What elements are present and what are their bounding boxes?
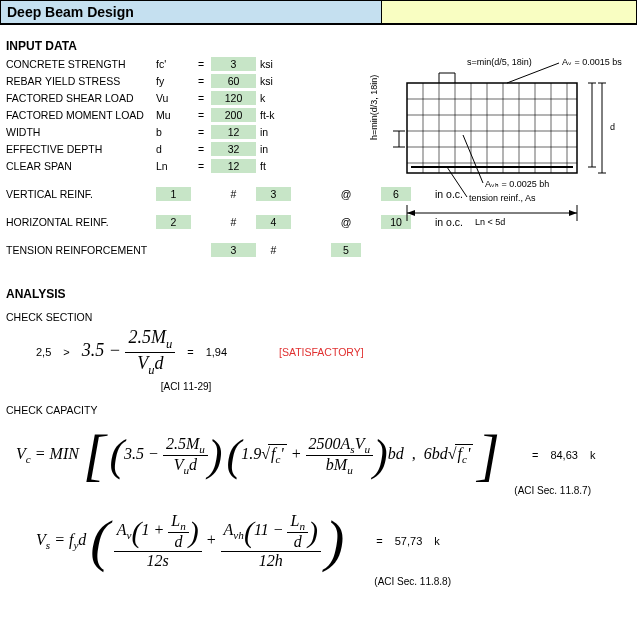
cs-lhs: 2,5 (36, 346, 51, 358)
label-ln: CLEAR SPAN (6, 160, 156, 172)
vs-ref: (ACI Sec. 11.8.8) (6, 576, 451, 587)
label-d: EFFECTIVE DEPTH (6, 143, 156, 155)
label-b: WIDTH (6, 126, 156, 138)
hash: # (211, 188, 256, 200)
beam-diagram: s=min(d/5, 18in) Aᵥ = 0.0015 bs h=min(d/… (367, 55, 627, 235)
horiz-qty[interactable]: 2 (156, 215, 191, 229)
tension-size[interactable]: 5 (331, 243, 361, 257)
unit-d: in (256, 143, 291, 155)
sym-vu: Vu (156, 92, 191, 104)
val-fc[interactable]: 3 (211, 57, 256, 71)
cs-ref: [ACI 11-29] (126, 381, 246, 392)
eq: = (191, 58, 211, 70)
val-ln[interactable]: 12 (211, 159, 256, 173)
label-fc: CONCRETE STRENGTH (6, 58, 156, 70)
eq: = (376, 535, 382, 547)
horiz-size[interactable]: 4 (256, 215, 291, 229)
unit-fy: ksi (256, 75, 291, 87)
svg-rect-4 (407, 83, 577, 173)
diag-ln-label: Ln < 5d (475, 217, 505, 227)
eq: = (191, 126, 211, 138)
val-d[interactable]: 32 (211, 142, 256, 156)
cs-gt: > (63, 346, 69, 358)
label-fy: REBAR YIELD STRESS (6, 75, 156, 87)
val-vu[interactable]: 120 (211, 91, 256, 105)
eq: = (532, 449, 538, 461)
sym-mu: Mu (156, 109, 191, 121)
unit-mu: ft-k (256, 109, 291, 121)
val-mu[interactable]: 200 (211, 108, 256, 122)
status-badge: [SATISFACTORY] (279, 346, 364, 358)
check-section-label: CHECK SECTION (6, 311, 631, 323)
tension-qty[interactable]: 3 (211, 243, 256, 257)
cs-result: 1,94 (206, 346, 227, 358)
diag-avh-label: Aᵥₕ = 0.0025 bh (485, 179, 549, 189)
diag-h-label: h=min(d/3, 18in) (369, 75, 379, 140)
label-horiz-reinf: HORIZONTAL REINF. (6, 216, 156, 228)
eq: = (191, 109, 211, 121)
analysis-heading: ANALYSIS (6, 287, 631, 301)
page-title: Deep Beam Design (0, 0, 382, 23)
vc-formula: Vc = MIN [ (3.5 − 2.5MuVud) (1.9√fc' + 2… (6, 432, 631, 478)
vert-size[interactable]: 3 (256, 187, 291, 201)
unit-fc: ksi (256, 58, 291, 70)
vs-unit: k (434, 535, 440, 547)
svg-line-30 (463, 135, 483, 183)
diag-av-label: Aᵥ = 0.0015 bs (562, 57, 622, 67)
unit-b: in (256, 126, 291, 138)
eq: = (191, 160, 211, 172)
hash: # (256, 244, 291, 256)
vert-qty[interactable]: 1 (156, 187, 191, 201)
at: @ (331, 216, 361, 228)
val-b[interactable]: 12 (211, 125, 256, 139)
sym-fy: fy (156, 75, 191, 87)
title-bar: Deep Beam Design (0, 0, 637, 25)
hash: # (211, 216, 256, 228)
vs-result: 57,73 (395, 535, 423, 547)
svg-line-31 (447, 167, 467, 197)
svg-marker-35 (407, 210, 415, 216)
sym-fc: fc' (156, 58, 191, 70)
input-data-heading: INPUT DATA (6, 39, 631, 53)
eq: = (187, 346, 193, 358)
val-fy[interactable]: 60 (211, 74, 256, 88)
diag-tension-label: tension reinf., As (469, 193, 536, 203)
eq: = (191, 143, 211, 155)
eq: = (191, 75, 211, 87)
check-section-formula: 2,5 > 3.5 − 2.5MuVud = 1,94 [SATISFACTOR… (6, 327, 631, 377)
label-tension: TENSION REINFORCEMENT (6, 244, 156, 256)
label-vert-reinf: VERTICAL REINF. (6, 188, 156, 200)
svg-marker-36 (569, 210, 577, 216)
eq: = (191, 92, 211, 104)
title-right-cell (382, 0, 637, 23)
vs-formula: Vs = fyd ( Av(1 + Lnd) 12s + Avh(11 − Ln… (6, 512, 631, 570)
label-vu: FACTORED SHEAR LOAD (6, 92, 156, 104)
sym-b: b (156, 126, 191, 138)
sym-ln: Ln (156, 160, 191, 172)
sym-d: d (156, 143, 191, 155)
check-capacity-label: CHECK CAPACITY (6, 404, 631, 416)
at: @ (331, 188, 361, 200)
diag-d-label: d (610, 122, 615, 132)
unit-vu: k (256, 92, 291, 104)
unit-ln: ft (256, 160, 291, 172)
label-mu: FACTORED MOMENT LOAD (6, 109, 156, 121)
diag-s-label: s=min(d/5, 18in) (467, 57, 532, 67)
vc-result: 84,63 (550, 449, 578, 461)
vc-unit: k (590, 449, 596, 461)
